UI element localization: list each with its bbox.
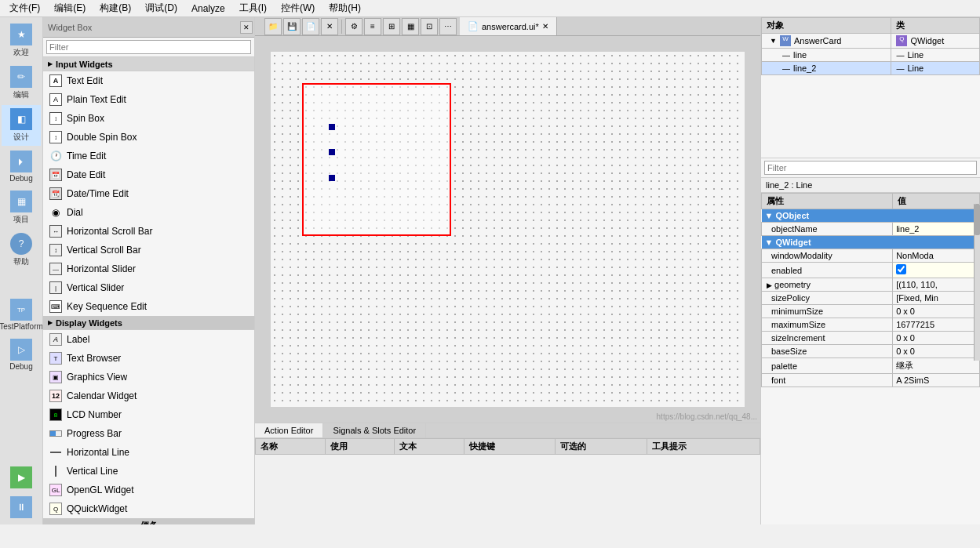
- widget-item-vslider[interactable]: | Vertical Slider: [43, 278, 254, 297]
- datetime-edit-label: Date/Time Edit: [67, 188, 129, 199]
- sidebar: Widget Box ✕ ▸ Input Widgets A Text Edit…: [43, 17, 255, 524]
- widget-item-lcd[interactable]: 8 LCD Number: [43, 405, 254, 424]
- table-row[interactable]: font A 2SimS: [762, 374, 980, 387]
- widget-item-qquick[interactable]: Q QQuickWidget: [43, 499, 254, 518]
- widget-item-vscroll[interactable]: ↕ Vertical Scroll Bar: [43, 241, 254, 259]
- prop-filter-input[interactable]: [764, 161, 977, 175]
- tab-signals-slots[interactable]: Signals & Slots Editor: [323, 423, 426, 437]
- table-row[interactable]: baseSize 0 x 0: [762, 345, 980, 358]
- table-row[interactable]: — line_2 — Line: [762, 62, 980, 75]
- time-edit-icon: 🕐: [49, 150, 62, 162]
- toolbar-more-btn[interactable]: ⋯: [439, 18, 457, 35]
- menu-debug[interactable]: 调试(D): [139, 0, 184, 16]
- notes-group[interactable]: 便条: [43, 518, 254, 524]
- display-widgets-group[interactable]: ▸ Display Widgets: [43, 316, 254, 330]
- menu-edit[interactable]: 编辑(E): [48, 0, 92, 16]
- toolbar-grid-btn[interactable]: ⊞: [383, 18, 400, 35]
- menu-help[interactable]: 帮助(H): [322, 0, 367, 16]
- sidebar-close-btn[interactable]: ✕: [240, 21, 253, 34]
- table-row[interactable]: ▼ W AnswerCard Q QWidget: [762, 34, 980, 49]
- toolbar-close-btn[interactable]: ✕: [321, 18, 338, 35]
- table-row[interactable]: windowModality NonModa: [762, 249, 980, 263]
- sidebar-item-play[interactable]: ▶: [2, 463, 41, 492]
- hslider-label: Horizontal Slider: [67, 263, 136, 274]
- sidebar-item-debug[interactable]: ⏵ Debug: [2, 147, 41, 186]
- selection-handle-2[interactable]: [329, 149, 335, 155]
- text-browser-icon: T: [49, 352, 62, 365]
- canvas-area[interactable]: https://blog.csdn.net/qq_48...: [255, 36, 760, 423]
- sidebar-item-design[interactable]: ◧ 设计: [2, 105, 41, 146]
- table-row[interactable]: sizePolicy [Fixed, Min: [762, 292, 980, 305]
- display-widgets-label: Display Widgets: [56, 318, 122, 328]
- widget-item-label[interactable]: A Label: [43, 330, 254, 349]
- sidebar-item-debug2[interactable]: ▷ Debug: [2, 336, 41, 374]
- widget-item-hslider[interactable]: — Horizontal Slider: [43, 259, 254, 278]
- widget-item-vline[interactable]: Vertical Line: [43, 462, 254, 481]
- prop-windowmodality-value: NonModa: [893, 249, 980, 263]
- widget-item-plain-text[interactable]: A Plain Text Edit: [43, 90, 254, 109]
- toolbar-align-btn[interactable]: ≡: [364, 18, 381, 35]
- table-row[interactable]: minimumSize 0 x 0: [762, 305, 980, 318]
- menu-build[interactable]: 构建(B): [93, 0, 137, 16]
- table-row: ▼ QWidget: [762, 236, 980, 249]
- menu-widgets[interactable]: 控件(W): [275, 0, 321, 16]
- selection-handle-1[interactable]: [329, 124, 335, 130]
- toolbar-save-btn[interactable]: 💾: [283, 18, 301, 35]
- input-widgets-group[interactable]: ▸ Input Widgets: [43, 57, 254, 71]
- stop-icon: ⏸: [10, 496, 32, 518]
- table-row[interactable]: objectName line_2: [762, 223, 980, 236]
- widget-item-datetime-edit[interactable]: 📆 Date/Time Edit: [43, 184, 254, 203]
- sidebar-item-help[interactable]: ? 帮助: [2, 230, 41, 270]
- menu-tools[interactable]: 工具(I): [233, 0, 273, 16]
- widget-item-text-browser[interactable]: T Text Browser: [43, 349, 254, 368]
- table-row[interactable]: — line — Line: [762, 49, 980, 62]
- sidebar-item-testplatform[interactable]: TP TestPlatform: [2, 296, 41, 334]
- toolbar-open-btn[interactable]: 📁: [264, 18, 282, 35]
- sidebar-item-welcome[interactable]: ★ 欢迎: [2, 20, 41, 61]
- prop-palette-label: palette: [762, 358, 893, 374]
- enabled-checkbox[interactable]: [896, 264, 906, 274]
- toolbar-break-btn[interactable]: ⊡: [421, 18, 438, 35]
- toolbar-layout-btn[interactable]: ▦: [402, 18, 419, 35]
- widget-filter-input[interactable]: [46, 40, 251, 54]
- menu-file[interactable]: 文件(F): [3, 0, 46, 16]
- graphics-view-icon: ▣: [49, 371, 62, 383]
- table-row[interactable]: palette 继承: [762, 358, 980, 374]
- toolbar-saveas-btn[interactable]: 📄: [302, 18, 319, 35]
- widget-item-keyseq[interactable]: ⌨ Key Sequence Edit: [43, 297, 254, 316]
- tab-action-editor[interactable]: Action Editor: [255, 423, 323, 437]
- widget-item-date-edit[interactable]: 📅 Date Edit: [43, 165, 254, 184]
- toolbar-settings-btn[interactable]: ⚙: [345, 18, 362, 35]
- tab-answercard[interactable]: 📄 answercard.ui* ✕: [460, 17, 557, 35]
- widget-item-opengl[interactable]: GL OpenGL Widget: [43, 481, 254, 499]
- table-row[interactable]: ▶ geometry [(110, 110,: [762, 278, 980, 292]
- widget-item-dial[interactable]: ◉ Dial: [43, 203, 254, 222]
- widget-item-text-edit[interactable]: A Text Edit: [43, 71, 254, 90]
- calendar-icon: 12: [49, 390, 62, 402]
- sidebar-item-edit[interactable]: ✏ 编辑: [2, 63, 41, 103]
- properties-panel: line_2 : Line 属性 值 ▼ QObject: [761, 158, 980, 417]
- table-row[interactable]: maximumSize 16777215: [762, 318, 980, 332]
- widget-item-double-spin[interactable]: ↕ Double Spin Box: [43, 128, 254, 147]
- widget-item-hline[interactable]: Horizontal Line: [43, 443, 254, 462]
- widget-item-calendar[interactable]: 12 Calendar Widget: [43, 387, 254, 405]
- widget-item-time-edit[interactable]: 🕐 Time Edit: [43, 147, 254, 165]
- widget-item-hscroll[interactable]: ↔ Horizontal Scroll Bar: [43, 222, 254, 241]
- sidebar-item-project[interactable]: ▦ 项目: [2, 187, 41, 228]
- widget-item-spin-box[interactable]: ↕ Spin Box: [43, 109, 254, 128]
- sidebar-item-stop[interactable]: ⏸: [2, 493, 41, 521]
- table-row[interactable]: enabled: [762, 263, 980, 278]
- table-row[interactable]: sizeIncrement 0 x 0: [762, 332, 980, 345]
- widget-item-graphics-view[interactable]: ▣ Graphics View: [43, 368, 254, 387]
- canvas-widget[interactable]: [302, 83, 451, 236]
- menu-analyze[interactable]: Analyze: [185, 2, 231, 16]
- notes-group-label: 便条: [140, 520, 158, 524]
- label-label: Label: [67, 334, 89, 345]
- vslider-icon: |: [49, 281, 62, 294]
- edit-label: 编辑: [13, 89, 29, 100]
- right-panel: 对象 类 ▼ W AnswerCard: [760, 17, 980, 524]
- tab-close-btn[interactable]: ✕: [542, 22, 548, 31]
- text-edit-icon: A: [49, 74, 62, 87]
- selection-handle-3[interactable]: [329, 175, 335, 181]
- widget-item-progress-bar[interactable]: Progress Bar: [43, 424, 254, 443]
